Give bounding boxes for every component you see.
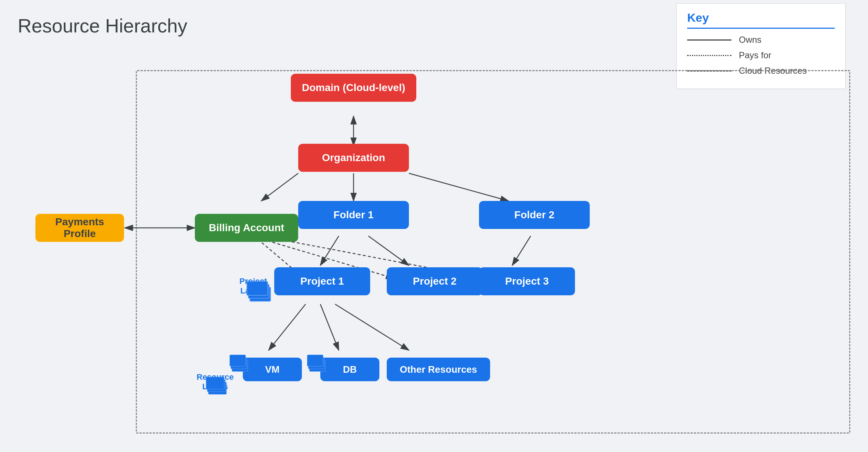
folder1-node: Folder 1 [298,201,409,229]
organization-node: Organization [298,144,409,172]
project2-node: Project 2 [387,267,483,295]
resource-labels-icon [206,376,228,398]
key-item-owns: Owns [687,35,835,45]
dashed-border [136,70,850,434]
vm-node: VM [243,358,302,381]
project-labels-icon [247,280,272,306]
db-node: DB [320,358,379,381]
other-resources-node: Other Resources [387,358,490,381]
project3-node: Project 3 [479,267,575,295]
project1-node: Project 1 [274,267,370,295]
domain-node: Domain (Cloud-level) [291,74,416,102]
billing-account-node: Billing Account [195,214,298,242]
page-title: Resource Hierarchy [18,15,187,37]
db-icon [307,354,326,376]
folder2-node: Folder 2 [479,201,590,229]
diagram: Payments Profile Domain (Cloud-level) Or… [18,48,850,437]
payments-profile-node: Payments Profile [35,214,124,242]
key-title: Key [687,11,835,29]
key-line-owns [687,39,731,41]
